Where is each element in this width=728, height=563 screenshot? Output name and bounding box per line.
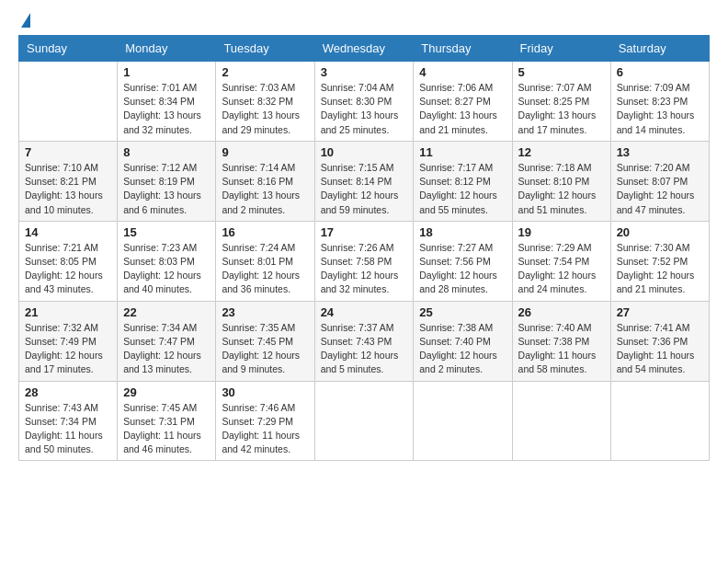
calendar-cell: 13Sunrise: 7:20 AMSunset: 8:07 PMDayligh… xyxy=(610,141,709,221)
day-number: 4 xyxy=(419,65,506,79)
day-info: Sunrise: 7:43 AMSunset: 7:34 PMDaylight:… xyxy=(25,401,111,457)
day-info: Sunrise: 7:30 AMSunset: 7:52 PMDaylight:… xyxy=(617,241,703,297)
day-number: 1 xyxy=(123,65,210,79)
day-info: Sunrise: 7:01 AMSunset: 8:34 PMDaylight:… xyxy=(123,81,210,137)
day-info: Sunrise: 7:29 AMSunset: 7:54 PMDaylight:… xyxy=(518,241,605,297)
calendar-week-row: 1Sunrise: 7:01 AMSunset: 8:34 PMDaylight… xyxy=(19,62,710,142)
calendar-cell: 24Sunrise: 7:37 AMSunset: 7:43 PMDayligh… xyxy=(314,301,414,381)
day-number: 17 xyxy=(321,225,408,239)
calendar-week-row: 14Sunrise: 7:21 AMSunset: 8:05 PMDayligh… xyxy=(19,221,710,301)
weekday-header: Friday xyxy=(512,36,610,62)
calendar-cell: 23Sunrise: 7:35 AMSunset: 7:45 PMDayligh… xyxy=(216,301,314,381)
calendar-cell: 27Sunrise: 7:41 AMSunset: 7:36 PMDayligh… xyxy=(610,301,709,381)
calendar-cell: 16Sunrise: 7:24 AMSunset: 8:01 PMDayligh… xyxy=(216,221,314,301)
day-number: 10 xyxy=(321,145,408,159)
calendar-cell: 4Sunrise: 7:06 AMSunset: 8:27 PMDaylight… xyxy=(414,62,512,142)
calendar-header-row: SundayMondayTuesdayWednesdayThursdayFrid… xyxy=(19,36,710,62)
day-info: Sunrise: 7:20 AMSunset: 8:07 PMDaylight:… xyxy=(617,161,703,217)
day-number: 11 xyxy=(419,145,506,159)
weekday-header: Sunday xyxy=(19,36,118,62)
calendar-cell: 15Sunrise: 7:23 AMSunset: 8:03 PMDayligh… xyxy=(118,221,216,301)
calendar-cell: 11Sunrise: 7:17 AMSunset: 8:12 PMDayligh… xyxy=(414,141,512,221)
calendar-cell: 6Sunrise: 7:09 AMSunset: 8:23 PMDaylight… xyxy=(610,62,709,142)
day-info: Sunrise: 7:24 AMSunset: 8:01 PMDaylight:… xyxy=(222,241,308,297)
day-info: Sunrise: 7:41 AMSunset: 7:36 PMDaylight:… xyxy=(617,321,703,377)
day-info: Sunrise: 7:18 AMSunset: 8:10 PMDaylight:… xyxy=(518,161,605,217)
weekday-header: Tuesday xyxy=(216,36,314,62)
calendar-week-row: 7Sunrise: 7:10 AMSunset: 8:21 PMDaylight… xyxy=(19,141,710,221)
day-number: 2 xyxy=(222,65,308,79)
weekday-header: Wednesday xyxy=(314,36,414,62)
day-info: Sunrise: 7:34 AMSunset: 7:47 PMDaylight:… xyxy=(123,321,210,377)
calendar-cell: 26Sunrise: 7:40 AMSunset: 7:38 PMDayligh… xyxy=(512,301,610,381)
day-number: 23 xyxy=(222,305,308,319)
day-info: Sunrise: 7:46 AMSunset: 7:29 PMDaylight:… xyxy=(222,401,308,457)
day-info: Sunrise: 7:04 AMSunset: 8:30 PMDaylight:… xyxy=(321,81,408,137)
weekday-header: Saturday xyxy=(610,36,709,62)
page-header xyxy=(18,17,710,26)
calendar-cell: 22Sunrise: 7:34 AMSunset: 7:47 PMDayligh… xyxy=(118,301,216,381)
day-info: Sunrise: 7:35 AMSunset: 7:45 PMDaylight:… xyxy=(222,321,308,377)
day-number: 12 xyxy=(518,145,605,159)
calendar-cell: 5Sunrise: 7:07 AMSunset: 8:25 PMDaylight… xyxy=(512,62,610,142)
calendar-cell xyxy=(512,381,610,461)
day-info: Sunrise: 7:23 AMSunset: 8:03 PMDaylight:… xyxy=(123,241,210,297)
day-number: 15 xyxy=(123,225,210,239)
day-number: 28 xyxy=(25,385,111,399)
day-number: 18 xyxy=(419,225,506,239)
day-info: Sunrise: 7:07 AMSunset: 8:25 PMDaylight:… xyxy=(518,81,605,137)
calendar-week-row: 21Sunrise: 7:32 AMSunset: 7:49 PMDayligh… xyxy=(19,301,710,381)
day-number: 30 xyxy=(222,385,308,399)
weekday-header: Monday xyxy=(118,36,216,62)
calendar-cell: 14Sunrise: 7:21 AMSunset: 8:05 PMDayligh… xyxy=(19,221,118,301)
logo xyxy=(18,17,30,26)
day-info: Sunrise: 7:26 AMSunset: 7:58 PMDaylight:… xyxy=(321,241,408,297)
day-info: Sunrise: 7:12 AMSunset: 8:19 PMDaylight:… xyxy=(123,161,210,217)
calendar-table: SundayMondayTuesdayWednesdayThursdayFrid… xyxy=(18,35,710,461)
calendar-week-row: 28Sunrise: 7:43 AMSunset: 7:34 PMDayligh… xyxy=(19,381,710,461)
day-number: 27 xyxy=(617,305,703,319)
day-info: Sunrise: 7:17 AMSunset: 8:12 PMDaylight:… xyxy=(419,161,506,217)
day-number: 22 xyxy=(123,305,210,319)
day-number: 9 xyxy=(222,145,308,159)
day-info: Sunrise: 7:27 AMSunset: 7:56 PMDaylight:… xyxy=(419,241,506,297)
calendar-cell: 18Sunrise: 7:27 AMSunset: 7:56 PMDayligh… xyxy=(414,221,512,301)
calendar-cell: 30Sunrise: 7:46 AMSunset: 7:29 PMDayligh… xyxy=(216,381,314,461)
day-info: Sunrise: 7:15 AMSunset: 8:14 PMDaylight:… xyxy=(321,161,408,217)
day-number: 21 xyxy=(25,305,111,319)
calendar-cell: 2Sunrise: 7:03 AMSunset: 8:32 PMDaylight… xyxy=(216,62,314,142)
day-number: 14 xyxy=(25,225,111,239)
day-info: Sunrise: 7:06 AMSunset: 8:27 PMDaylight:… xyxy=(419,81,506,137)
day-number: 24 xyxy=(321,305,408,319)
calendar-cell: 9Sunrise: 7:14 AMSunset: 8:16 PMDaylight… xyxy=(216,141,314,221)
day-number: 20 xyxy=(617,225,703,239)
calendar-cell: 7Sunrise: 7:10 AMSunset: 8:21 PMDaylight… xyxy=(19,141,118,221)
weekday-header: Thursday xyxy=(414,36,512,62)
calendar-cell xyxy=(610,381,709,461)
day-info: Sunrise: 7:45 AMSunset: 7:31 PMDaylight:… xyxy=(123,401,210,457)
day-info: Sunrise: 7:03 AMSunset: 8:32 PMDaylight:… xyxy=(222,81,308,137)
logo-triangle-icon xyxy=(21,13,30,28)
day-number: 16 xyxy=(222,225,308,239)
day-number: 3 xyxy=(321,65,408,79)
day-number: 29 xyxy=(123,385,210,399)
day-number: 5 xyxy=(518,65,605,79)
day-info: Sunrise: 7:21 AMSunset: 8:05 PMDaylight:… xyxy=(25,241,111,297)
calendar-cell xyxy=(19,62,118,142)
day-info: Sunrise: 7:38 AMSunset: 7:40 PMDaylight:… xyxy=(419,321,506,377)
day-number: 6 xyxy=(617,65,703,79)
day-number: 13 xyxy=(617,145,703,159)
day-info: Sunrise: 7:37 AMSunset: 7:43 PMDaylight:… xyxy=(321,321,408,377)
calendar-cell: 17Sunrise: 7:26 AMSunset: 7:58 PMDayligh… xyxy=(314,221,414,301)
calendar-cell xyxy=(314,381,414,461)
calendar-cell: 3Sunrise: 7:04 AMSunset: 8:30 PMDaylight… xyxy=(314,62,414,142)
day-number: 7 xyxy=(25,145,111,159)
calendar-cell: 28Sunrise: 7:43 AMSunset: 7:34 PMDayligh… xyxy=(19,381,118,461)
calendar-cell: 20Sunrise: 7:30 AMSunset: 7:52 PMDayligh… xyxy=(610,221,709,301)
day-info: Sunrise: 7:10 AMSunset: 8:21 PMDaylight:… xyxy=(25,161,111,217)
calendar-cell: 12Sunrise: 7:18 AMSunset: 8:10 PMDayligh… xyxy=(512,141,610,221)
day-info: Sunrise: 7:09 AMSunset: 8:23 PMDaylight:… xyxy=(617,81,703,137)
day-number: 8 xyxy=(123,145,210,159)
calendar-cell: 8Sunrise: 7:12 AMSunset: 8:19 PMDaylight… xyxy=(118,141,216,221)
calendar-cell: 1Sunrise: 7:01 AMSunset: 8:34 PMDaylight… xyxy=(118,62,216,142)
